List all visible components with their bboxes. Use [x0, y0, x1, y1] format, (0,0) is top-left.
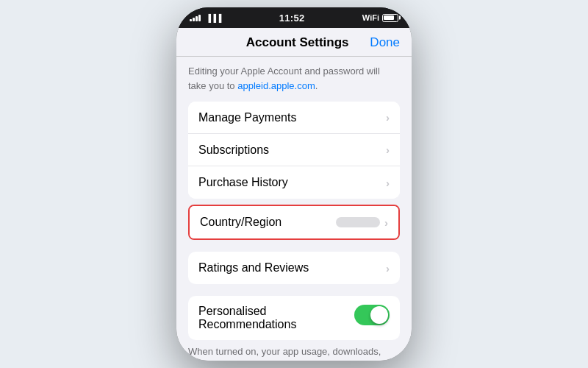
description-block: Editing your Apple Account and password … [176, 57, 412, 102]
personalised-main-label: Personalised [198, 305, 296, 318]
gap-3 [176, 284, 412, 290]
done-button[interactable]: Done [370, 35, 400, 50]
subscriptions-row[interactable]: Subscriptions › [188, 134, 400, 166]
ratings-reviews-right: › [386, 262, 390, 275]
manage-payments-row[interactable]: Manage Payments › [188, 102, 400, 134]
footer-text: When turned on, your app usage, download… [188, 344, 400, 361]
manage-payments-right: › [386, 111, 390, 124]
country-value-blurred [336, 217, 380, 227]
purchase-history-chevron: › [386, 177, 390, 189]
signal-icon [190, 14, 201, 21]
country-region-highlighted-wrapper: Country/Region › [188, 205, 400, 240]
battery-icon [382, 14, 398, 22]
purchase-history-right: › [386, 177, 390, 189]
personalised-row: Personalised Recommendations [188, 296, 400, 340]
nav-bar: Account Settings Done [176, 28, 412, 57]
country-region-row[interactable]: Country/Region › [190, 206, 398, 238]
screen: Account Settings Done Editing your Apple… [176, 28, 412, 361]
apple-id-link[interactable]: appleid.apple.com [237, 80, 315, 91]
ratings-reviews-label: Ratings and Reviews [198, 261, 309, 275]
nav-title: Account Settings [246, 35, 349, 50]
purchase-history-label: Purchase History [198, 176, 288, 189]
time-display: 11:52 [279, 13, 305, 24]
footer-description: When turned on, your app usage, download… [176, 340, 412, 361]
toggle-thumb [370, 306, 388, 324]
content-area: Editing your Apple Account and password … [176, 57, 412, 361]
personalised-toggle[interactable] [354, 305, 390, 325]
status-bar: ▐▐▐ 11:52 WiFi [176, 7, 412, 28]
country-region-right: › [336, 216, 388, 229]
manage-payments-chevron: › [386, 111, 390, 124]
ratings-section: Ratings and Reviews › [188, 252, 400, 284]
manage-payments-label: Manage Payments [198, 111, 296, 124]
personalised-sub-label: Recommendations [198, 318, 296, 331]
description-text: Editing your Apple Account and password … [188, 64, 400, 93]
top-section: Manage Payments › Subscriptions › Purcha… [188, 102, 400, 199]
purchase-history-row[interactable]: Purchase History › [188, 166, 400, 199]
status-right: WiFi [362, 13, 398, 22]
subscriptions-label: Subscriptions [198, 144, 269, 157]
country-region-label: Country/Region [200, 216, 282, 229]
ratings-reviews-row[interactable]: Ratings and Reviews › [188, 252, 400, 284]
gap-1 [176, 199, 412, 205]
personalised-section: Personalised Recommendations [188, 296, 400, 340]
carrier-label: ▐▐▐ [206, 14, 221, 22]
subscriptions-right: › [386, 144, 390, 156]
wifi-icon: WiFi [362, 13, 379, 22]
personalised-labels: Personalised Recommendations [198, 305, 296, 331]
gap-2 [176, 240, 412, 246]
status-left: ▐▐▐ [190, 14, 221, 22]
phone-device: ▐▐▐ 11:52 WiFi Account Settings Done Edi… [176, 7, 412, 361]
subscriptions-chevron: › [386, 144, 390, 156]
country-chevron: › [384, 216, 388, 229]
ratings-chevron: › [386, 262, 390, 275]
